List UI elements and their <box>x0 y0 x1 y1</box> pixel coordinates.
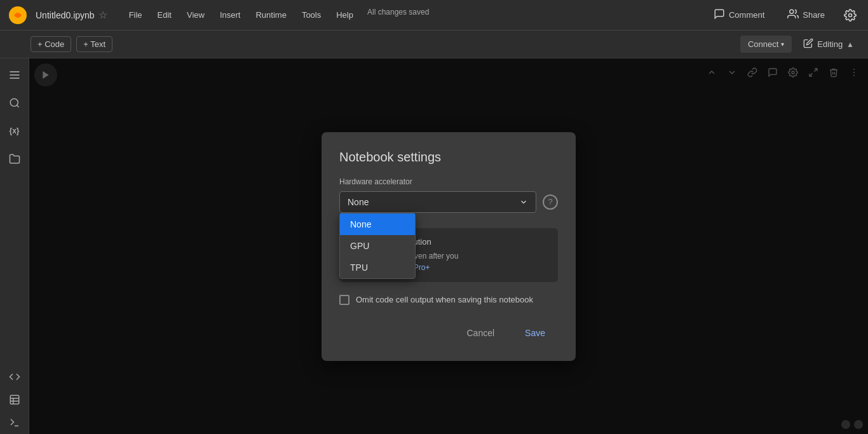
add-code-button[interactable]: + Code <box>31 36 71 52</box>
cancel-button[interactable]: Cancel <box>454 323 507 343</box>
editing-label: Editing <box>817 39 843 49</box>
comment-icon <box>714 8 725 22</box>
accelerator-row: None None GPU TPU ? <box>339 191 558 213</box>
comment-button[interactable]: Comment <box>706 4 772 25</box>
notebook-title-text[interactable]: Untitled0.ipynb <box>36 10 95 20</box>
menu-view[interactable]: View <box>180 8 211 22</box>
dialog-title: Notebook settings <box>339 150 558 165</box>
svg-point-1 <box>790 10 794 13</box>
help-icon[interactable]: ? <box>543 194 558 210</box>
toolbar-right: Connect ▾ Editing ▲ <box>740 34 860 54</box>
menu-bar: Untitled0.ipynb ☆ File Edit View Insert … <box>0 0 868 31</box>
menu-edit[interactable]: Edit <box>151 8 178 22</box>
add-text-label: + Text <box>83 39 105 49</box>
comment-label: Comment <box>729 10 764 20</box>
notebook-settings-dialog: Notebook settings Hardware accelerator N… <box>322 132 576 361</box>
accelerator-select-container: None None GPU TPU <box>339 191 536 213</box>
menu-items: File Edit View Insert Runtime Tools Help… <box>123 8 701 22</box>
menu-right: Comment Share <box>706 4 860 25</box>
svg-rect-8 <box>10 395 19 404</box>
edit-pencil-icon <box>803 38 813 50</box>
settings-button[interactable] <box>840 5 860 25</box>
option-gpu[interactable]: GPU <box>340 235 415 257</box>
share-icon <box>787 8 799 22</box>
menu-runtime[interactable]: Runtime <box>249 8 292 22</box>
sidebar: {x} <box>0 58 29 434</box>
sidebar-bottom <box>3 365 26 434</box>
sidebar-item-search[interactable] <box>3 92 26 114</box>
connect-label: Connect <box>748 39 778 49</box>
sidebar-item-snippets[interactable] <box>3 388 26 411</box>
menu-help[interactable]: Help <box>330 8 360 22</box>
save-button[interactable]: Save <box>512 323 558 343</box>
sidebar-item-menu[interactable] <box>3 64 26 86</box>
star-icon[interactable]: ☆ <box>98 9 107 21</box>
menu-tools[interactable]: Tools <box>295 8 327 22</box>
omit-output-label: Omit code cell output when saving this n… <box>356 295 533 304</box>
save-status: All changes saved <box>367 8 429 22</box>
connect-button[interactable]: Connect ▾ <box>740 36 792 53</box>
svg-point-6 <box>10 98 18 106</box>
toolbar: + Code + Text Connect ▾ Editing ▲ <box>0 31 868 58</box>
main-layout: {x} <box>0 58 868 434</box>
chevron-up-icon: ▲ <box>846 40 854 49</box>
svg-point-2 <box>849 13 852 17</box>
sidebar-item-files[interactable] <box>3 147 26 170</box>
sidebar-item-terminal[interactable] <box>3 411 26 434</box>
svg-line-7 <box>17 105 18 107</box>
sidebar-item-code[interactable] <box>3 365 26 388</box>
editing-button[interactable]: Editing ▲ <box>797 34 860 54</box>
modal-footer: Cancel Save <box>339 323 558 343</box>
option-none[interactable]: None <box>340 214 415 235</box>
selected-accelerator: None <box>348 197 369 207</box>
hardware-label: Hardware accelerator <box>339 177 558 186</box>
content-area: Notebook settings Hardware accelerator N… <box>29 58 868 434</box>
accelerator-select[interactable]: None <box>339 191 536 213</box>
modal-overlay: Notebook settings Hardware accelerator N… <box>29 58 868 434</box>
accelerator-dropdown: None GPU TPU <box>339 213 416 279</box>
sidebar-item-variables[interactable]: {x} <box>3 119 26 142</box>
colab-logo[interactable] <box>8 5 28 25</box>
checkbox-row: Omit code cell output when saving this n… <box>339 295 558 305</box>
add-text-button[interactable]: + Text <box>76 36 112 52</box>
omit-output-checkbox[interactable] <box>339 295 349 305</box>
notebook-title: Untitled0.ipynb ☆ <box>36 9 107 21</box>
menu-file[interactable]: File <box>123 8 149 22</box>
chevron-down-icon: ▾ <box>781 41 784 48</box>
share-button[interactable]: Share <box>780 4 832 25</box>
menu-insert[interactable]: Insert <box>214 8 247 22</box>
add-code-label: + Code <box>37 39 64 49</box>
share-label: Share <box>803 10 825 20</box>
option-tpu[interactable]: TPU <box>340 257 415 278</box>
